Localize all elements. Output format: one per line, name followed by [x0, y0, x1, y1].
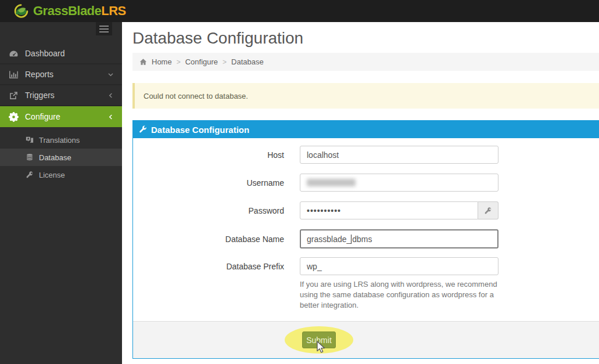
- sidebar-item-license[interactable]: License: [0, 166, 122, 183]
- sidebar-item-label: Reports: [25, 70, 53, 79]
- form-row-host: Host: [133, 146, 599, 164]
- database-configuration-panel: Database Configuration Host Username Pas…: [132, 120, 599, 359]
- alert-warning: Could not connect to database.: [132, 83, 599, 109]
- logo-text-primary: GrassBlade: [33, 3, 101, 18]
- logo-text-secondary: LRS: [101, 3, 126, 18]
- username-input[interactable]: [300, 174, 498, 192]
- panel-title: Database Configuration: [151, 125, 249, 135]
- sidebar: Dashboard Reports Triggers: [0, 22, 122, 364]
- key-icon: [484, 207, 492, 215]
- database-name-input[interactable]: grassblade_dbms: [300, 229, 498, 248]
- database-name-value-post: dbms: [352, 235, 372, 244]
- sidebar-toggle-button[interactable]: [96, 22, 112, 35]
- topbar: GrassBladeLRS: [0, 0, 599, 22]
- configure-submenu: Translations Database License: [0, 127, 122, 187]
- hamburger-icon: [99, 26, 109, 27]
- sidebar-item-label: Dashboard: [25, 49, 65, 58]
- key-icon: [26, 171, 34, 179]
- sidebar-item-configure[interactable]: Configure: [0, 106, 122, 127]
- mouse-cursor-icon: [315, 341, 327, 355]
- sidebar-item-dashboard[interactable]: Dashboard: [0, 44, 122, 64]
- password-label: Password: [133, 206, 284, 215]
- breadcrumb-separator: >: [223, 58, 227, 66]
- home-icon: [139, 58, 147, 66]
- app-window: GrassBladeLRS Dashboard Reports: [0, 0, 599, 364]
- dashboard-icon: [9, 49, 19, 58]
- sidebar-menu: Dashboard Reports Triggers: [0, 44, 122, 187]
- chevron-left-icon: [108, 114, 113, 120]
- database-name-value-pre: grassblade_: [307, 235, 351, 244]
- bar-chart-icon: [9, 70, 19, 79]
- form-row-database-name: Database Name grassblade_dbms: [133, 229, 599, 248]
- breadcrumb-database: Database: [231, 57, 264, 66]
- text-caret: [351, 235, 351, 244]
- sidebar-item-label: Triggers: [25, 91, 55, 100]
- sidebar-item-label: Database: [39, 153, 71, 162]
- panel-footer: Submit: [133, 321, 599, 358]
- page-title: Database Configuration: [132, 27, 599, 49]
- host-input[interactable]: [300, 146, 498, 164]
- gear-icon: [9, 112, 19, 121]
- form-row-password: Password: [133, 201, 599, 219]
- password-input[interactable]: [300, 201, 478, 219]
- chevron-left-icon: [108, 93, 113, 98]
- sidebar-item-database[interactable]: Database: [0, 149, 122, 166]
- grassblade-logo[interactable]: GrassBladeLRS: [12, 2, 126, 20]
- external-link-icon: [9, 91, 19, 100]
- chevron-down-icon: [108, 72, 113, 77]
- breadcrumb-configure[interactable]: Configure: [185, 57, 218, 66]
- host-label: Host: [133, 150, 284, 160]
- form-row-database-prefix: Database Prefix: [133, 257, 599, 275]
- main-content: Database Configuration Home > Configure …: [122, 22, 599, 364]
- sidebar-item-label: Translations: [39, 136, 80, 145]
- form-row-username: Username: [133, 174, 599, 192]
- database-prefix-input[interactable]: [300, 257, 498, 275]
- language-icon: [26, 136, 34, 144]
- grassblade-turtle-icon: [12, 2, 31, 20]
- panel-body: Host Username Password: [133, 138, 599, 321]
- username-redacted-value: [307, 179, 356, 186]
- username-label: Username: [133, 178, 284, 188]
- breadcrumb-separator: >: [177, 58, 181, 66]
- sidebar-item-reports[interactable]: Reports: [0, 64, 122, 85]
- database-prefix-label: Database Prefix: [133, 262, 284, 271]
- sidebar-item-label: Configure: [25, 112, 60, 121]
- database-name-label: Database Name: [133, 235, 284, 244]
- alert-message: Could not connect to database.: [144, 92, 248, 100]
- database-prefix-help-text: If you are using LRS along with wordpres…: [300, 279, 502, 311]
- panel-header: Database Configuration: [133, 121, 599, 138]
- sidebar-item-translations[interactable]: Translations: [0, 131, 122, 149]
- database-icon: [26, 153, 34, 161]
- sidebar-item-label: License: [39, 171, 65, 179]
- breadcrumb: Home > Configure > Database: [132, 53, 599, 71]
- wrench-icon: [139, 125, 147, 134]
- password-key-button[interactable]: [478, 201, 498, 219]
- breadcrumb-home[interactable]: Home: [152, 57, 172, 66]
- sidebar-item-triggers[interactable]: Triggers: [0, 85, 122, 106]
